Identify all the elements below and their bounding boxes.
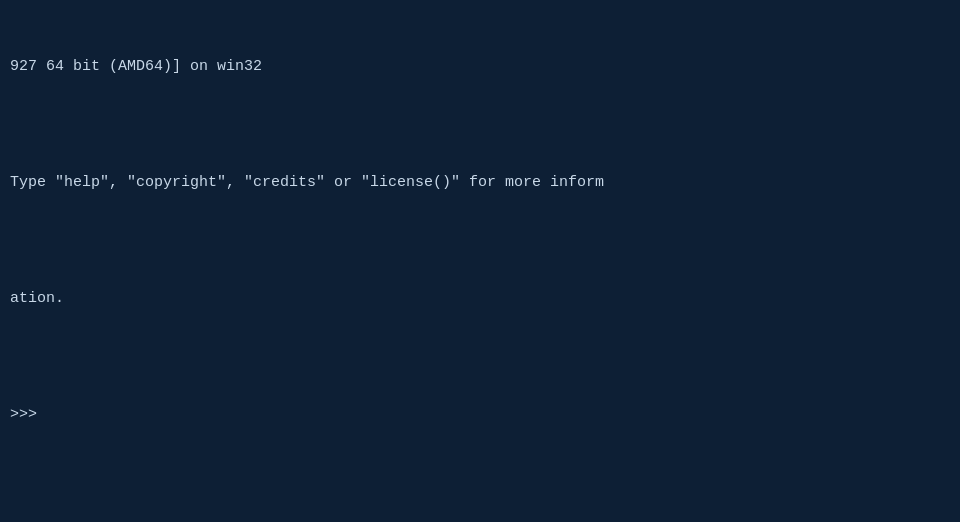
terminal-window: 927 64 bit (AMD64)] on win32 Type "help"… bbox=[0, 0, 960, 522]
line-4: >>> bbox=[10, 403, 950, 426]
line-1: 927 64 bit (AMD64)] on win32 bbox=[10, 55, 950, 78]
line-2: Type "help", "copyright", "credits" or "… bbox=[10, 171, 950, 194]
line-3: ation. bbox=[10, 287, 950, 310]
